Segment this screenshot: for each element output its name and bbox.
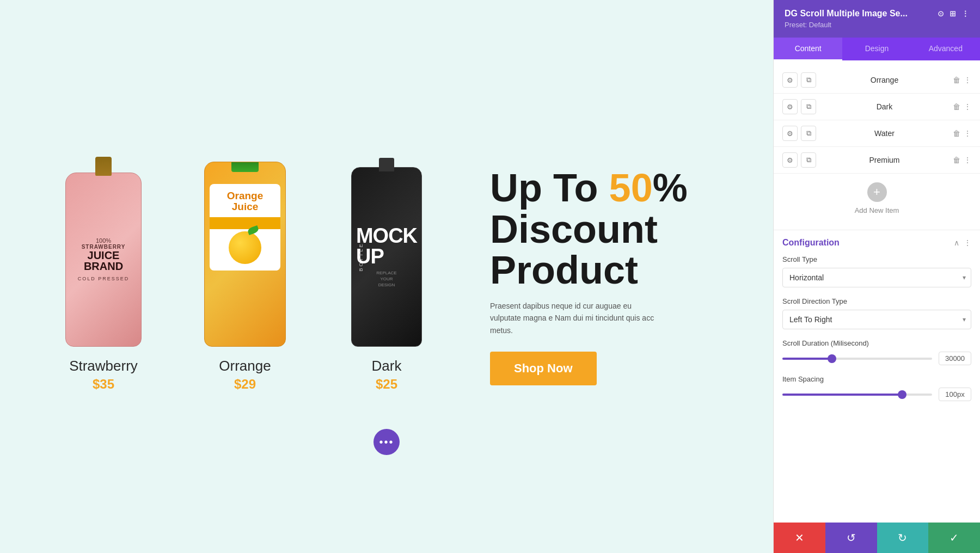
scroll-direction-label: Scroll Direction Type: [782, 297, 971, 305]
panel-header: DG Scroll Multiple Image Se... ⊙ ⊞ ⋮ Pre…: [774, 0, 980, 38]
item-icons: ⚙ ⧉: [782, 126, 816, 141]
bottle-dark: BOTTLE MOCKUP REPLACEYOURDESIGN: [351, 167, 422, 347]
item-settings-icon[interactable]: ⚙: [782, 126, 798, 141]
tab-advanced[interactable]: Advanced: [911, 38, 980, 60]
item-more-icon[interactable]: ⋮: [964, 156, 971, 164]
config-body: Scroll Type Horizontal Vertical ▾ Scroll…: [774, 255, 980, 420]
list-item: ⚙ ⧉ Orrange 🗑 ⋮: [774, 67, 980, 94]
item-copy-icon[interactable]: ⧉: [801, 126, 816, 141]
orange-fruit-area: [229, 231, 261, 264]
promo-area: Up To 50% Discount Product Praesent dapi…: [490, 168, 688, 385]
scroll-duration-slider-track[interactable]: [782, 358, 932, 360]
panel-more-icon[interactable]: ⋮: [961, 9, 969, 18]
bottle-strawberry-label: 100% STRAWBERRY JUICEBRAND COLD PRESSED: [72, 232, 135, 287]
add-new-item-button[interactable]: + Add New Item: [774, 174, 980, 223]
bottle-orange: OrangeJuice: [204, 162, 286, 347]
product-image-orange: OrangeJuice: [191, 162, 299, 347]
bottle-dark-mockup: MOCKUP: [356, 225, 417, 267]
item-spacing-slider-track[interactable]: [782, 394, 932, 396]
item-delete-icon[interactable]: 🗑: [953, 129, 960, 138]
scroll-direction-select[interactable]: Left To Right Right To Left Top To Botto…: [782, 310, 971, 329]
orange-label-title: OrangeJuice: [227, 191, 264, 213]
scroll-duration-slider-fill: [782, 358, 832, 360]
config-collapse-icon[interactable]: ∧: [954, 238, 959, 247]
scroll-duration-group: Scroll Duration (Milisecond) 30000: [782, 339, 971, 365]
item-actions: 🗑 ⋮: [953, 102, 971, 111]
items-list: ⚙ ⧉ Orrange 🗑 ⋮ ⚙ ⧉ Dark 🗑 ⋮: [774, 60, 980, 230]
orange-name: Orrange: [219, 358, 271, 374]
product-card-dark: BOTTLE MOCKUP REPLACEYOURDESIGN Dark $25: [316, 162, 457, 392]
orange-price: $29: [234, 377, 256, 392]
product-image-dark: BOTTLE MOCKUP REPLACEYOURDESIGN: [332, 162, 441, 347]
config-header[interactable]: Configuration ∧ ⋮: [774, 230, 980, 255]
panel-tabs: Content Design Advanced: [774, 38, 980, 60]
item-spacing-slider-thumb[interactable]: [898, 390, 906, 399]
promo-heading-line1: Up To: [490, 166, 609, 210]
floating-menu-button[interactable]: •••: [373, 429, 400, 455]
configuration-section: Configuration ∧ ⋮ Scroll Type Horizontal…: [774, 230, 980, 420]
tab-content[interactable]: Content: [774, 38, 842, 60]
item-copy-icon[interactable]: ⧉: [801, 99, 816, 114]
item-delete-icon[interactable]: 🗑: [953, 156, 960, 164]
config-title: Configuration: [782, 238, 840, 248]
shop-now-button[interactable]: Shop Now: [490, 352, 597, 385]
item-more-icon[interactable]: ⋮: [964, 129, 971, 138]
item-settings-icon[interactable]: ⚙: [782, 152, 798, 168]
tab-design[interactable]: Design: [842, 38, 911, 60]
item-more-icon[interactable]: ⋮: [964, 102, 971, 111]
canvas-area: 100% STRAWBERRY JUICEBRAND COLD PRESSED …: [0, 0, 773, 553]
item-delete-icon[interactable]: 🗑: [953, 76, 960, 84]
scroll-duration-value[interactable]: 30000: [939, 352, 971, 365]
item-settings-icon[interactable]: ⚙: [782, 72, 798, 88]
list-item: ⚙ ⧉ Premium 🗑 ⋮: [774, 147, 980, 174]
orange-label: OrangeJuice: [210, 184, 280, 271]
config-more-icon[interactable]: ⋮: [964, 238, 971, 247]
item-icons: ⚙ ⧉: [782, 99, 816, 114]
orange-circle: [229, 231, 261, 264]
confirm-button[interactable]: ✓: [928, 523, 980, 553]
item-copy-icon[interactable]: ⧉: [801, 72, 816, 88]
item-icons: ⚙ ⧉: [782, 152, 816, 168]
product-card-strawberry: 100% STRAWBERRY JUICEBRAND COLD PRESSED …: [33, 162, 174, 392]
panel-preset-label: Preset: Default: [785, 21, 831, 29]
item-actions: 🗑 ⋮: [953, 129, 971, 138]
panel-footer: ✕ ↺ ↻ ✓: [774, 523, 980, 553]
cancel-button[interactable]: ✕: [774, 523, 825, 553]
item-name-water: Water: [822, 129, 947, 138]
undo-button[interactable]: ↺: [825, 523, 877, 553]
bottle-strawberry: 100% STRAWBERRY JUICEBRAND COLD PRESSED: [65, 173, 142, 347]
panel-grid-icon[interactable]: ⊞: [950, 9, 956, 18]
panel-title-icons: ⊙ ⊞ ⋮: [938, 9, 969, 18]
item-copy-icon[interactable]: ⧉: [801, 152, 816, 168]
orange-stripe: [210, 217, 280, 229]
scroll-type-label: Scroll Type: [782, 255, 971, 263]
strawberry-cold: COLD PRESSED: [78, 276, 130, 281]
scroll-duration-label: Scroll Duration (Milisecond): [782, 339, 971, 347]
scroll-duration-slider-thumb[interactable]: [828, 354, 836, 363]
panel-title-text: DG Scroll Multiple Image Se...: [785, 9, 938, 19]
panel-focus-icon[interactable]: ⊙: [938, 9, 944, 18]
panel-title-row: DG Scroll Multiple Image Se... ⊙ ⊞ ⋮: [785, 9, 969, 19]
item-name-premium: Premium: [822, 156, 947, 164]
floating-menu-dots: •••: [379, 436, 394, 448]
strawberry-name: Strawberry: [69, 358, 138, 374]
scroll-direction-group: Scroll Direction Type Left To Right Righ…: [782, 297, 971, 329]
promo-description: Praesent dapibus neque id cur auguae eu …: [490, 300, 664, 336]
item-settings-icon[interactable]: ⚙: [782, 99, 798, 114]
item-spacing-label: Item Spacing: [782, 375, 971, 383]
item-spacing-slider-row: 100px: [782, 388, 971, 401]
list-item: ⚙ ⧉ Dark 🗑 ⋮: [774, 94, 980, 120]
product-image-strawberry: 100% STRAWBERRY JUICEBRAND COLD PRESSED: [49, 162, 158, 347]
redo-button[interactable]: ↻: [877, 523, 929, 553]
scroll-type-select[interactable]: Horizontal Vertical: [782, 268, 971, 287]
add-new-label: Add New Item: [855, 206, 899, 214]
item-delete-icon[interactable]: 🗑: [953, 102, 960, 111]
item-more-icon[interactable]: ⋮: [964, 76, 971, 84]
item-spacing-value[interactable]: 100px: [939, 388, 971, 401]
list-item: ⚙ ⧉ Water 🗑 ⋮: [774, 120, 980, 147]
right-panel: DG Scroll Multiple Image Se... ⊙ ⊞ ⋮ Pre…: [773, 0, 980, 553]
panel-preset: Preset: Default: [785, 21, 969, 29]
panel-body: ⚙ ⧉ Orrange 🗑 ⋮ ⚙ ⧉ Dark 🗑 ⋮: [774, 60, 980, 523]
item-spacing-group: Item Spacing 100px: [782, 375, 971, 401]
scroll-direction-select-wrapper: Left To Right Right To Left Top To Botto…: [782, 310, 971, 329]
